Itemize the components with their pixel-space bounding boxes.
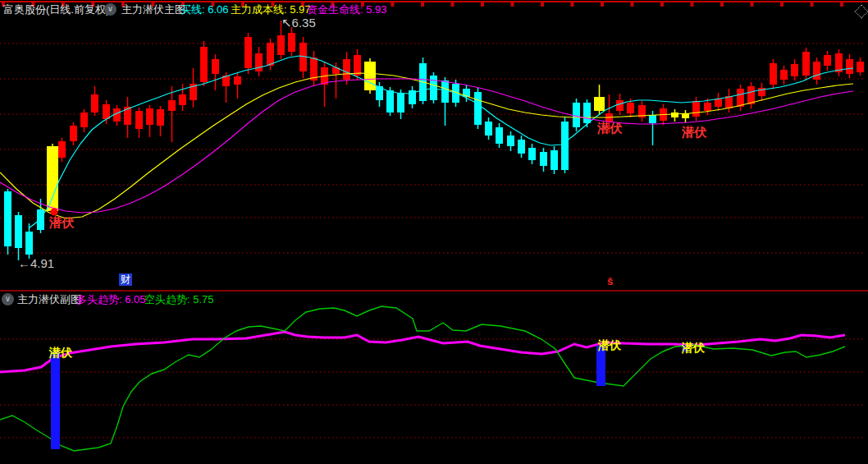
up-left-arrow-icon: ↖ [281,16,292,30]
time-axis-tick [511,2,514,7]
candle-body [430,76,437,100]
signal-bar [51,351,60,449]
trend-line-空头趋势 [0,306,845,451]
qianfu-signal-label-main: 潜伏 [597,121,622,136]
candle-body [573,103,580,127]
candle-body [157,109,164,126]
candle-body [168,100,176,111]
candle-body [25,232,33,255]
candle-body [704,103,711,111]
candle-body [770,63,777,85]
time-axis-tick [720,2,724,7]
time-axis-tick [451,2,455,7]
trend-line-多头趋势 [0,332,845,372]
bull-trend-value: 多头趋势: 6.05 [76,293,146,306]
qianfu-signal-label-main: 潜伏 [49,215,74,231]
candle-body [255,53,263,71]
qianfu-signal-label-sub: 潜伏 [49,346,72,361]
candle-body [692,101,700,117]
candle-body [496,127,503,144]
candle-body [234,76,241,85]
time-axis-tick [601,2,604,7]
time-axis-tick [481,2,484,7]
time-axis-tick [421,2,424,7]
time-axis-tick [691,2,694,7]
candle-body [846,59,853,74]
candle-body [583,103,591,123]
candle-body [15,215,22,248]
candle-body [397,93,404,113]
time-axis-tick [660,2,664,7]
main-indicator-name[interactable]: 主力潜伏主图 [121,3,185,16]
sub-collapse-chevron-icon[interactable]: ∨ [2,293,14,306]
candle-body [80,113,88,127]
stock-title: 富奥股份(日线.前复权) [3,3,109,16]
candle-body [91,94,98,113]
candle-body [386,90,394,113]
candle-body [135,111,143,129]
time-axis-tick [571,2,574,7]
candle-body [244,37,252,68]
ma-line-买线 [29,56,853,228]
candle-body [802,52,810,76]
candle-body [474,92,482,125]
buy-line-value: 买线: 6.06 [180,3,229,16]
candle-body [780,70,788,80]
candle-body [791,64,798,76]
sub-indicator-name[interactable]: 主力潜伏副图 [17,293,81,306]
candle-body [550,150,558,170]
candle-body [267,43,274,66]
candle-body [627,103,634,113]
collapse-chevron-icon[interactable]: ∨ [104,3,116,16]
left-arrow-icon: ← [18,256,30,270]
candle-body [857,62,864,72]
candle-body [277,35,285,55]
time-axis-tick [751,2,754,7]
candle-body [37,209,44,230]
qianfu-signal-label-main: 潜伏 [682,125,706,140]
candle-body [671,113,678,117]
candle-body [343,59,350,80]
split-event-marker[interactable]: ŝ [607,275,613,287]
candle-body [824,55,831,66]
peak-price-label: ↖6.35 [281,16,316,30]
candle-body [485,122,492,136]
earnings-report-badge[interactable]: 财 [119,273,132,286]
main-cost-line-value: 主力成本线: 5.97 [231,3,311,16]
candle-body [288,33,295,52]
sub-chart-canvas[interactable] [0,292,868,464]
fund-life-line-value: 资金生命线: 5.93 [307,3,387,16]
candle-body [364,62,376,90]
low-price-label: ←4.91 [18,256,54,270]
qianfu-signal-label-sub: 潜伏 [682,341,705,356]
candle-body [813,62,820,80]
stock-chart-window: 富奥股份(日线.前复权) ∨ 主力潜伏主图 买线: 6.06 主力成本线: 5.… [0,0,868,464]
candle-body [518,140,525,154]
candle-body [58,141,66,158]
main-chart-canvas[interactable] [0,0,868,292]
qianfu-signal-label-sub: 潜伏 [598,338,621,353]
time-axis-tick [631,2,634,7]
candle-body [146,108,153,125]
candle-body [616,100,624,111]
candle-body [4,191,11,246]
time-axis-tick [811,2,814,7]
candle-body [594,97,605,111]
candle-body [179,94,186,105]
candle-body [47,146,58,211]
candle-body [737,89,744,107]
candle-body [507,136,514,146]
time-axis-tick [780,2,783,7]
candle-body [354,55,361,76]
candle-body [715,99,722,107]
candle-body [649,115,656,123]
candle-body [528,148,536,160]
candle-body [561,122,569,170]
candle-body [200,47,208,82]
candle-body [441,80,449,103]
candle-body [540,152,547,166]
time-axis-tick [840,2,843,7]
time-axis-tick [391,2,395,7]
bear-trend-value: 空头趋势: 5.75 [144,293,214,306]
candle-body [747,86,755,104]
